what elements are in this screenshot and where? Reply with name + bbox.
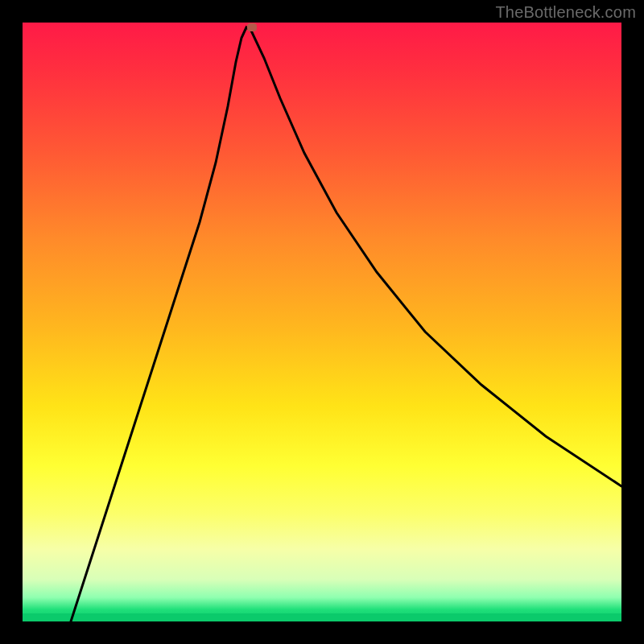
watermark-text: TheBottleneck.com: [495, 3, 636, 22]
plot-area: [23, 23, 621, 621]
bottleneck-curve: [71, 27, 621, 621]
chart-frame: TheBottleneck.com: [0, 0, 644, 644]
optimal-point-marker: [247, 23, 257, 31]
curve-svg: [23, 23, 621, 621]
